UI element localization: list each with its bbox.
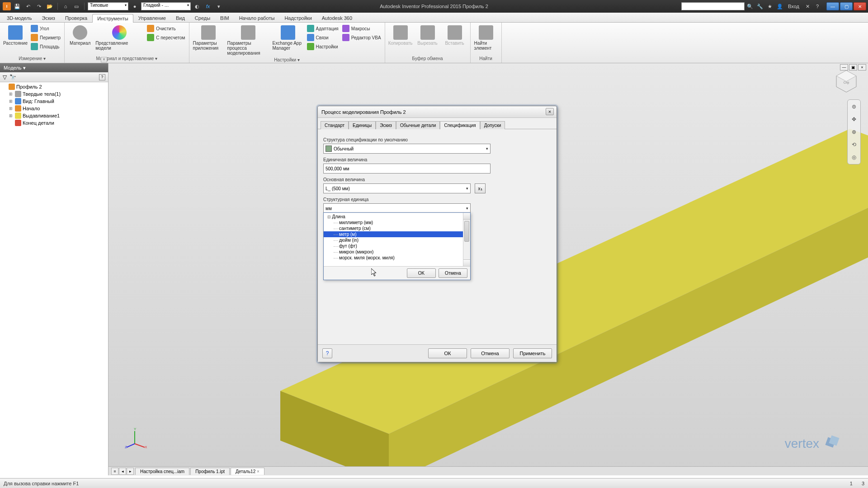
addins-button[interactable]: Настройки — [306, 42, 340, 51]
dd-option[interactable]: сантиметр (см) — [324, 225, 470, 231]
area-button[interactable]: Площадь — [30, 42, 61, 51]
dd-root[interactable]: Длина — [324, 214, 470, 220]
structure-combo[interactable]: Обычный — [323, 144, 491, 154]
doc-close-button[interactable]: × — [858, 64, 866, 70]
window-close-button[interactable]: ✕ — [854, 2, 866, 10]
ribbon-tab-view[interactable]: Вид — [171, 14, 190, 22]
tree-item[interactable]: Профиль 2 — [1, 83, 107, 90]
star-icon[interactable]: ★ — [765, 2, 774, 11]
angle-button[interactable]: Угол — [30, 24, 61, 33]
dd-option[interactable]: дюйм (in) — [324, 237, 470, 243]
browser-title[interactable]: Модель ▾ — [0, 63, 108, 72]
qat-undo-icon[interactable]: ↶ — [24, 2, 33, 11]
qat-home-icon[interactable]: ⌂ — [61, 2, 70, 11]
vba-button[interactable]: Редактор VBA — [341, 33, 382, 42]
ribbon-tab-tools[interactable]: Инструменты — [92, 14, 133, 23]
dlg-tab-tolerance[interactable]: Допуски — [480, 121, 505, 129]
recompute-button[interactable]: С пересчетом — [146, 33, 186, 42]
doc-settings-button[interactable]: Параметры процесса моделирования — [226, 24, 270, 56]
customize-button[interactable]: Адаптация — [306, 24, 340, 33]
qat-redo-icon[interactable]: ↷ — [34, 2, 43, 11]
dd-option[interactable]: морск. миля (морск. миля) — [324, 255, 470, 261]
window-minimize-button[interactable]: — — [826, 2, 839, 10]
dlg-tab-parts[interactable]: Обычные детали — [396, 121, 440, 129]
appearance-combo[interactable]: Гладкий - … — [141, 2, 191, 10]
search-input[interactable] — [681, 2, 745, 10]
doc-tab-2[interactable]: Деталь12 × — [231, 468, 264, 475]
lookat-icon[interactable]: ◎ — [849, 152, 859, 162]
doc-tab-0[interactable]: Настройка спец...iam — [135, 468, 189, 475]
material-button[interactable]: Материал — [67, 24, 93, 47]
ribbon-tab-inspect[interactable]: Проверка — [60, 14, 92, 22]
dialog-help-button[interactable]: ? — [322, 348, 332, 358]
ribbon-tab-addins[interactable]: Надстройки — [279, 14, 316, 22]
orbit-icon[interactable]: ⟲ — [849, 140, 859, 150]
login-label[interactable]: Вход — [788, 4, 799, 9]
dlg-tab-standard[interactable]: Стандарт — [321, 121, 349, 129]
qat-fx-icon[interactable]: fx — [203, 2, 212, 11]
steering-wheel-icon[interactable]: ⊚ — [849, 102, 859, 112]
filter-icon[interactable]: ▽ — [3, 74, 7, 80]
qat-open-icon[interactable]: 📂 — [45, 2, 54, 11]
user-icon[interactable]: 👤 — [775, 2, 784, 11]
view-cube[interactable]: Спр — [834, 69, 859, 94]
dlg-tab-units[interactable]: Единицы — [349, 121, 376, 129]
perimeter-button[interactable]: Периметр — [30, 33, 61, 42]
ribbon-tab-env[interactable]: Среды — [190, 14, 215, 22]
doc-tab-prev-button[interactable]: ◂ — [119, 468, 126, 475]
group-measure-label[interactable]: Измерение ▾ — [3, 55, 61, 62]
help-icon[interactable]: ? — [813, 2, 822, 11]
group-material-label[interactable]: Материал и представление ▾ — [67, 55, 186, 62]
binoculars-icon[interactable]: 🔭 — [9, 74, 16, 80]
unit-qty-field[interactable]: 500,000 мм — [323, 164, 491, 174]
find-button[interactable]: Найти элемент — [473, 24, 499, 52]
dlg-tab-sketch[interactable]: Эскиз — [376, 121, 396, 129]
clear-button[interactable]: Очистить — [146, 24, 186, 33]
qat-select-icon[interactable]: ▭ — [72, 2, 81, 11]
doc-tab-1[interactable]: Профиль 1.ipt — [190, 468, 230, 475]
dialog-ok-button[interactable]: ОК — [428, 348, 467, 358]
browser-close-button[interactable]: × — [101, 57, 107, 62]
doc-restore-button[interactable]: ▣ — [849, 64, 857, 70]
dd-option[interactable]: миллиметр (мм) — [324, 220, 470, 225]
dialog-cancel-button[interactable]: Отмена — [471, 348, 509, 358]
qat-more-icon[interactable]: ▾ — [214, 2, 223, 11]
dd-option[interactable]: метр (м) — [324, 231, 470, 237]
ribbon-tab-manage[interactable]: Управление — [133, 14, 171, 22]
ribbon-tab-a360[interactable]: Autodesk 360 — [317, 14, 357, 22]
appearance-button[interactable]: Представление модели — [94, 24, 144, 52]
dlg-tab-bom[interactable]: Спецификация — [440, 121, 480, 129]
exchange-button[interactable]: Exchange App Manager — [272, 24, 304, 52]
app-options-button[interactable]: Параметры приложения — [192, 24, 225, 52]
links-button[interactable]: Связи — [306, 33, 340, 42]
tree-item[interactable]: ⊞Вид: Главный — [1, 98, 107, 105]
distance-button[interactable]: Расстояние — [3, 24, 28, 47]
dropdown-scrollbar[interactable] — [463, 213, 470, 266]
ribbon-tab-sketch[interactable]: Эскиз — [37, 14, 60, 22]
fx-button[interactable]: x₁ — [475, 183, 486, 193]
tree-item[interactable]: ⊞Начало — [1, 105, 107, 112]
struct-unit-combo[interactable]: мм — [323, 203, 471, 213]
dialog-close-button[interactable]: × — [546, 108, 554, 115]
qat-sphere-icon[interactable]: ● — [130, 2, 139, 11]
browser-options-button[interactable]: ? — [99, 74, 105, 80]
doc-tab-next-button[interactable]: ▸ — [127, 468, 134, 475]
ribbon-tab-start[interactable]: Начало работы — [234, 14, 280, 22]
ribbon-tab-3dmodel[interactable]: 3D-модель — [2, 14, 37, 22]
group-settings-label[interactable]: Настройки ▾ — [192, 56, 382, 63]
zoom-icon[interactable]: ⊕ — [849, 127, 859, 137]
doc-minimize-button[interactable]: — — [840, 64, 848, 70]
dropdown-ok-button[interactable]: OK — [407, 268, 436, 278]
dropdown-cancel-button[interactable]: Отмена — [439, 268, 467, 278]
base-qty-combo[interactable]: L_ (500 мм) — [323, 183, 471, 193]
search-icon[interactable]: 🔍 — [745, 2, 755, 11]
window-maximize-button[interactable]: ▢ — [840, 2, 853, 10]
dd-option[interactable]: фут (фт) — [324, 243, 470, 249]
tree-item[interactable]: ⊞Выдавливание1 — [1, 112, 107, 119]
macros-button[interactable]: Макросы — [341, 24, 382, 33]
qat-appearance-icon[interactable]: ◐ — [193, 2, 202, 11]
material-combo[interactable]: Типовые — [88, 2, 128, 10]
qat-save-icon[interactable]: 💾 — [13, 2, 22, 11]
doc-tab-close-icon[interactable]: × — [257, 469, 259, 474]
dialog-apply-button[interactable]: Применить — [513, 348, 552, 358]
